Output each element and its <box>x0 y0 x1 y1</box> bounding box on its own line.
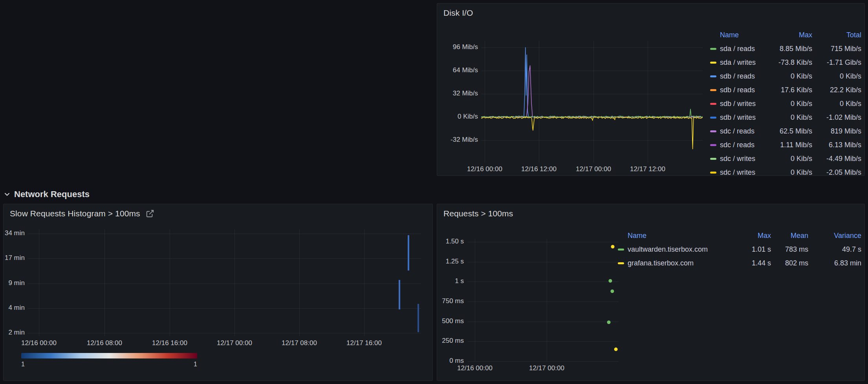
y-axis-label: 750 ms <box>437 297 464 305</box>
legend-series-name[interactable]: sdb / reads <box>720 72 755 80</box>
series-line-2 <box>481 48 703 117</box>
y-axis-label: 17 min <box>4 254 25 262</box>
section-network-requests[interactable]: Network Requests <box>3 187 90 201</box>
legend-name-cell: sdb / writes <box>710 100 771 108</box>
legend-series-swatch <box>710 62 716 64</box>
legend-series-name[interactable]: sdc / reads <box>720 127 754 135</box>
gridline <box>299 229 300 336</box>
legend-name-cell: grafana.tiserbox.com <box>618 259 736 267</box>
legend-value-max: 0 Kib/s <box>771 100 812 108</box>
series-line-3 <box>481 66 703 117</box>
gridline <box>468 361 619 362</box>
requests-chart-area: 1.50 s1.25 s1 s750 ms500 ms250 ms0 ms12/… <box>437 204 864 380</box>
legend-row: vaultwarden.tiserbox.com1.01 s783 ms49.7… <box>618 243 861 256</box>
y-axis-label: -32 Mib/s <box>437 136 478 144</box>
y-axis-label: 64 Mib/s <box>437 66 478 74</box>
legend-series-swatch <box>710 130 716 132</box>
legend-row: sda / writes-73.8 Kib/s-1.71 Gib/s <box>710 56 861 69</box>
panel-header-slow-requests[interactable]: Slow Requests Histogram > 100ms <box>10 209 154 218</box>
y-axis-label: 0 ms <box>437 357 464 365</box>
y-axis-label: 2 min <box>4 329 25 336</box>
scatter-point[interactable] <box>611 245 615 249</box>
gridline <box>39 229 39 336</box>
legend-row: sdb / writes0 Kib/s0 Kib/s <box>710 97 861 111</box>
panel-slow-requests-histogram: Slow Requests Histogram > 100ms 34 min17… <box>3 204 433 381</box>
legend-column-header-max[interactable]: Max <box>736 232 771 240</box>
legend-series-name[interactable]: sda / writes <box>720 59 756 67</box>
legend-series-name[interactable]: grafana.tiserbox.com <box>628 259 694 267</box>
legend-series-name[interactable]: sdb / writes <box>720 113 756 122</box>
y-axis-label: 9 min <box>4 279 25 287</box>
x-axis-label: 12/16 16:00 <box>142 339 197 347</box>
heatmap-cell[interactable] <box>408 235 409 271</box>
legend-series-swatch <box>710 172 716 174</box>
legend-value-total: 6.13 Mib/s <box>812 141 861 149</box>
legend-series-name[interactable]: sdc / writes <box>720 168 755 176</box>
scatter-point[interactable] <box>607 320 611 324</box>
heatmap-cell[interactable] <box>399 280 400 309</box>
requests-plot[interactable] <box>468 239 619 361</box>
legend-series-swatch <box>618 262 624 264</box>
legend-value-total: 22.2 Kib/s <box>812 86 861 94</box>
legend-value-total: -1.02 Mib/s <box>812 113 861 122</box>
panel-header-disk-io[interactable]: Disk I/O <box>443 8 473 18</box>
y-axis-label: 500 ms <box>437 317 464 325</box>
legend-value-mean: 783 ms <box>771 245 808 254</box>
legend-series-name[interactable]: sdb / reads <box>720 86 755 94</box>
heatmap-cell[interactable] <box>418 304 419 333</box>
legend-series-name[interactable]: sdb / writes <box>720 100 756 108</box>
gridline <box>28 234 421 234</box>
legend-column-header-name[interactable]: Name <box>710 31 771 39</box>
legend-column-header-total[interactable]: Total <box>812 31 861 39</box>
x-axis-label: 12/17 12:00 <box>620 165 675 173</box>
color-scale <box>21 353 197 358</box>
legend-name-cell: sda / writes <box>710 59 771 67</box>
x-axis-label: 12/17 00:00 <box>566 165 621 173</box>
legend-series-name[interactable]: sdc / reads <box>720 141 754 149</box>
legend-row: grafana.tiserbox.com1.44 s802 ms6.83 min <box>618 256 861 270</box>
legend-value-max: 0 Kib/s <box>771 168 812 176</box>
scatter-point[interactable] <box>608 279 612 283</box>
y-axis-label: 1.50 s <box>437 238 464 245</box>
legend-name-cell: sdb / writes <box>710 113 771 122</box>
scatter-point[interactable] <box>614 347 618 351</box>
legend-name-cell: vaultwarden.tiserbox.com <box>618 245 736 254</box>
legend-row: sdc / reads1.11 Mib/s6.13 Mib/s <box>710 138 861 152</box>
panel-title-slow-requests[interactable]: Slow Requests Histogram > 100ms <box>10 209 140 218</box>
series-line-4 <box>481 109 703 117</box>
legend-series-name[interactable]: vaultwarden.tiserbox.com <box>628 245 708 254</box>
legend-row: sdb / reads0 Kib/s0 Kib/s <box>710 69 861 83</box>
legend-row: sdc / reads62.5 Mib/s819 Mib/s <box>710 124 861 138</box>
y-axis-label: 1.25 s <box>437 258 464 265</box>
legend-value-max: 1.01 s <box>736 245 771 254</box>
panel-header-requests[interactable]: Requests > 100ms <box>443 209 513 218</box>
legend-column-header-mean[interactable]: Mean <box>771 232 808 240</box>
legend-value-variance: 49.7 s <box>808 245 861 254</box>
panel-title-requests[interactable]: Requests > 100ms <box>443 209 513 218</box>
legend-row: sdc / writes0 Kib/s-4.49 Mib/s <box>710 152 861 166</box>
x-axis-label: 12/17 16:00 <box>337 339 392 347</box>
gridline <box>364 229 364 336</box>
external-link-icon[interactable] <box>146 209 154 218</box>
legend-name-cell: sdb / reads <box>710 86 771 94</box>
legend-column-header-variance[interactable]: Variance <box>808 232 861 240</box>
section-title: Network Requests <box>14 189 90 199</box>
legend-series-swatch <box>710 75 716 77</box>
x-axis-label: 12/16 00:00 <box>11 339 66 347</box>
x-axis-label: 12/17 00:00 <box>519 364 574 372</box>
requests-legend: NameMaxMeanVariancevaultwarden.tiserbox.… <box>618 229 861 270</box>
legend-series-swatch <box>710 89 716 91</box>
legend-row: sdb / reads17.6 Kib/s22.2 Kib/s <box>710 83 861 97</box>
legend-value-max: 0 Kib/s <box>771 155 812 163</box>
legend-column-header-max[interactable]: Max <box>771 31 812 39</box>
disk-io-plot[interactable] <box>481 41 703 163</box>
panel-requests: Requests > 100ms 1.50 s1.25 s1 s750 ms50… <box>437 204 865 381</box>
legend-series-name[interactable]: sda / reads <box>720 45 755 53</box>
legend-column-header-name[interactable]: Name <box>618 232 736 240</box>
panel-title-disk-io[interactable]: Disk I/O <box>443 8 473 18</box>
legend-series-name[interactable]: sdc / writes <box>720 155 755 163</box>
legend-row: sdc / writes0 Kib/s-2.05 Mib/s <box>710 166 861 176</box>
scatter-point[interactable] <box>610 289 614 293</box>
x-axis-label: 12/16 12:00 <box>511 165 566 173</box>
legend-name-cell: sdb / reads <box>710 72 771 80</box>
